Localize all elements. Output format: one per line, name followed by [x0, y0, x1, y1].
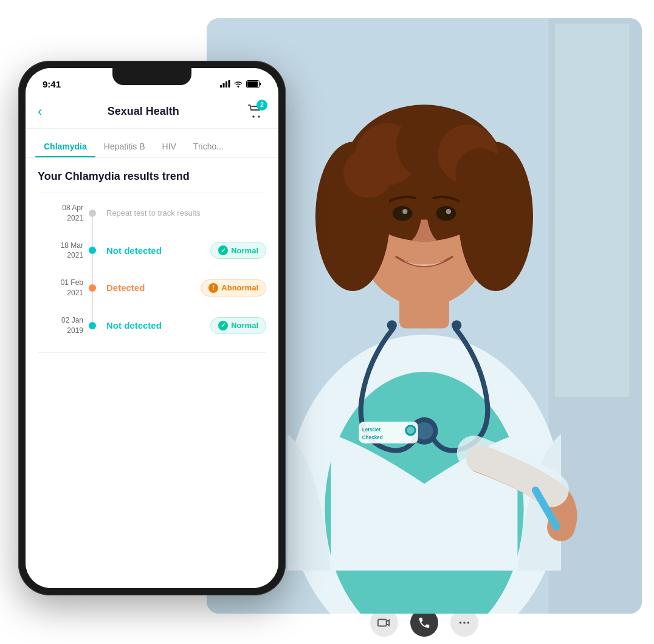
svg-point-32: [467, 622, 470, 624]
timeline-item-2: 01 Feb 2021 Detected ! Abnormal: [38, 278, 266, 298]
phone-notch: [112, 68, 191, 85]
result-badge-3: ✓ Normal: [210, 317, 266, 334]
timeline-line-1: [83, 247, 102, 254]
svg-point-37: [238, 86, 239, 87]
timeline-date-1: 18 Mar 2021: [38, 241, 83, 261]
status-icons: [220, 80, 261, 88]
svg-point-40: [252, 115, 255, 118]
svg-point-17: [402, 209, 407, 214]
svg-rect-2: [555, 24, 630, 397]
badge-label-3: Normal: [231, 321, 258, 330]
bottom-divider: [38, 352, 266, 353]
svg-rect-33: [220, 85, 222, 87]
timeline-content-0: Repeat test to track results: [102, 208, 266, 218]
svg-point-16: [436, 206, 456, 221]
svg-point-20: [416, 422, 433, 440]
timeline-content-1: Not detected ✓ Normal: [102, 242, 266, 259]
timeline-dot-0: [89, 210, 96, 217]
timeline-dot-1: [89, 247, 96, 254]
timeline-dot-2: [89, 284, 96, 292]
result-text-0: Repeat test to track results: [106, 208, 201, 218]
cart-button[interactable]: 2: [244, 101, 266, 123]
timeline-item-0: 08 Apr 2021 Repeat test to track results: [38, 203, 266, 224]
end-call-icon: [418, 616, 431, 629]
tab-chlamydia[interactable]: Chlamydia: [35, 135, 95, 157]
tab-tricho[interactable]: Tricho...: [185, 135, 232, 157]
svg-rect-35: [225, 81, 227, 87]
result-text-2: Detected: [106, 283, 145, 293]
status-time: 9:41: [43, 79, 61, 89]
signal-icon: [220, 80, 230, 87]
timeline-content-3: Not detected ✓ Normal: [102, 317, 266, 334]
badge-label-2: Abnormal: [221, 283, 258, 292]
timeline-line-0: [83, 210, 102, 217]
checkmark-icon-3: ✓: [218, 321, 228, 331]
timeline: 08 Apr 2021 Repeat test to track results…: [38, 203, 266, 335]
more-icon: [458, 616, 471, 629]
phone-screen: 9:41: [26, 68, 278, 588]
svg-point-30: [460, 622, 462, 624]
badge-label-1: Normal: [231, 246, 258, 255]
svg-rect-36: [229, 80, 230, 87]
timeline-line-2: [83, 284, 102, 292]
camera-icon: [377, 616, 391, 629]
svg-text:Checked: Checked: [362, 435, 383, 440]
result-badge-2: ! Abnormal: [201, 279, 266, 296]
timeline-date-2: 01 Feb 2021: [38, 278, 83, 298]
svg-point-31: [463, 622, 466, 624]
svg-rect-34: [223, 83, 225, 87]
back-button[interactable]: ‹: [38, 104, 42, 120]
timeline-content-2: Detected ! Abnormal: [102, 279, 266, 296]
wifi-icon: [233, 80, 243, 87]
battery-icon: [246, 80, 261, 88]
svg-point-22: [452, 320, 461, 330]
timeline-line-3: [83, 322, 102, 329]
result-text-3: Not detected: [106, 320, 162, 331]
checkmark-icon-1: ✓: [218, 245, 228, 255]
timeline-item-3: 02 Jan 2019 Not detected ✓ Normal: [38, 315, 266, 336]
svg-point-18: [446, 209, 451, 214]
tabs-bar: Chlamydia Hepatitis B HIV Tricho...: [26, 129, 278, 158]
tab-hepatitis-b[interactable]: Hepatitis B: [95, 135, 154, 157]
phone-mockup: 9:41: [18, 61, 286, 595]
cart-badge: 2: [256, 100, 267, 111]
result-badge-1: ✓ Normal: [210, 242, 266, 259]
content-divider: [38, 193, 266, 193]
timeline-date-0: 08 Apr 2021: [38, 203, 83, 224]
timeline-item-1: 18 Mar 2021 Not detected ✓ Normal: [38, 241, 266, 261]
warning-icon-2: !: [208, 283, 218, 293]
nav-bar: ‹ Sexual Health 2: [26, 95, 278, 129]
tab-hiv[interactable]: HIV: [154, 135, 185, 157]
svg-point-15: [393, 206, 413, 221]
content-area: Your Chlamydia results trend 08 Apr 2021…: [26, 158, 278, 588]
svg-rect-39: [247, 81, 258, 87]
timeline-dot-3: [89, 322, 96, 329]
svg-point-21: [387, 320, 397, 330]
svg-text:LetsGet: LetsGet: [362, 427, 381, 433]
nav-title: Sexual Health: [108, 105, 179, 118]
result-text-1: Not detected: [106, 245, 162, 256]
svg-point-14: [455, 148, 505, 198]
svg-point-28: [407, 426, 414, 434]
section-title: Your Chlamydia results trend: [38, 170, 266, 183]
svg-point-41: [258, 115, 260, 118]
svg-point-13: [343, 148, 393, 198]
svg-rect-29: [378, 620, 387, 626]
timeline-date-3: 02 Jan 2019: [38, 315, 83, 336]
